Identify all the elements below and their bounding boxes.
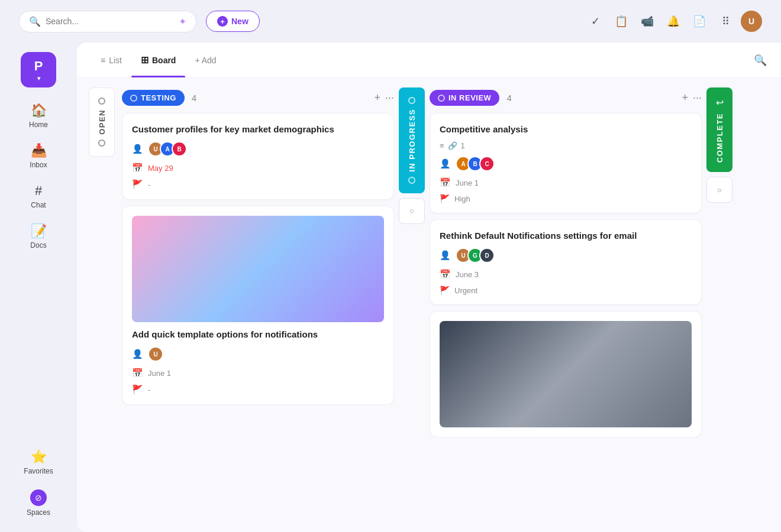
- person-icon: 👤: [132, 144, 143, 154]
- card-meta-assignee-3: 👤 A B C: [440, 156, 692, 171]
- sidebar-item-home[interactable]: 🏠 Home: [0, 97, 77, 135]
- in-review-cards: Competitive analysis ≡ 🔗 1 👤 A B C: [430, 113, 702, 437]
- sidebar-item-favorites-label: Favorites: [24, 467, 53, 475]
- card-avatars-1: U A B: [148, 141, 187, 157]
- grid-icon[interactable]: ⠿: [715, 11, 736, 32]
- in-review-actions: + ···: [682, 92, 702, 104]
- column-in-progress: IN PROGRESS ○: [399, 87, 425, 523]
- card-date-3: June 1: [456, 179, 479, 187]
- search-bar[interactable]: 🔍 ✦: [19, 11, 196, 33]
- tab-list[interactable]: ≡ List: [91, 51, 131, 70]
- card-priority-2: -: [148, 385, 150, 394]
- flag-icon-3: 🚩: [440, 194, 450, 203]
- main-layout: P ▾ 🏠 Home 📥 Inbox # Chat 📝 Docs ⭐ Favor…: [0, 43, 781, 532]
- card-meta-assignee-2: 👤 U: [132, 346, 384, 362]
- tab-add[interactable]: + Add: [185, 51, 225, 70]
- card-quick-template[interactable]: Add quick template options for notificat…: [122, 206, 394, 405]
- open-dot-bottom: [98, 140, 105, 147]
- card-meta-date-1: 📅 May 29: [132, 163, 384, 173]
- card-title-3: Competitive analysis: [440, 123, 692, 135]
- attach-count-3: 1: [461, 141, 465, 150]
- card-meta-assignee-1: 👤 U A B: [132, 141, 384, 157]
- avatar-1c: B: [172, 141, 187, 157]
- in-review-count: 4: [506, 93, 511, 103]
- in-review-dot: [438, 95, 445, 102]
- attach-icon-3: 🔗: [448, 141, 457, 150]
- in-review-more-btn[interactable]: ···: [693, 92, 702, 104]
- home-icon: 🏠: [31, 103, 47, 118]
- tab-add-label: + Add: [195, 56, 216, 65]
- star-icon: ⭐: [31, 449, 47, 465]
- sidebar-item-favorites[interactable]: ⭐ Favorites: [0, 443, 77, 481]
- doc-icon[interactable]: 📄: [689, 11, 710, 32]
- tab-board[interactable]: ⊞ Board: [131, 50, 185, 70]
- sidebar-item-docs[interactable]: 📝 Docs: [0, 218, 77, 255]
- board-icon: ⊞: [141, 54, 149, 66]
- testing-dot: [130, 95, 137, 102]
- flag-icon-1: 🚩: [132, 179, 143, 190]
- sidebar-item-inbox-label: Inbox: [30, 161, 47, 169]
- progress-dot-bottom: [408, 177, 415, 184]
- board-area: OPEN TESTING 4 + ···: [77, 78, 781, 532]
- card-meta-date-2: 📅 June 1: [132, 368, 384, 378]
- card-notifications-settings[interactable]: Rethink Default Notifications settings f…: [430, 219, 702, 305]
- testing-count: 4: [192, 93, 196, 103]
- card-meta-date-4: 📅 June 3: [440, 269, 692, 280]
- chevron-down-icon: ▾: [37, 75, 40, 82]
- calendar-icon-4: 📅: [440, 269, 451, 280]
- in-progress-header[interactable]: IN PROGRESS: [399, 87, 425, 193]
- avatar-2a: U: [148, 346, 163, 362]
- video-icon[interactable]: 📹: [637, 11, 658, 32]
- card-image-gradient: [132, 216, 384, 322]
- testing-add-btn[interactable]: +: [374, 92, 380, 104]
- list-icon: ≡: [101, 56, 105, 65]
- card-date-4: June 3: [456, 270, 479, 279]
- in-review-add-btn[interactable]: +: [682, 92, 688, 104]
- open-column-text: OPEN: [98, 109, 106, 135]
- search-input[interactable]: [46, 17, 174, 26]
- complete-header[interactable]: ↩ COMPLETE: [706, 87, 732, 172]
- card-title-4: Rethink Default Notifications settings f…: [440, 229, 692, 242]
- clipboard-icon[interactable]: 📋: [611, 11, 632, 32]
- card-title-1: Customer profiles for key market demogra…: [132, 123, 384, 135]
- flag-icon-4: 🚩: [440, 286, 450, 295]
- card-competitive-analysis[interactable]: Competitive analysis ≡ 🔗 1 👤 A B C: [430, 113, 702, 213]
- search-icon: 🔍: [29, 16, 41, 27]
- sidebar-item-spaces[interactable]: ⊘ Spaces: [0, 484, 77, 523]
- card-image-2: [132, 216, 384, 322]
- plus-circle-icon: +: [217, 16, 228, 27]
- content-area: ≡ List ⊞ Board + Add 🔍 OPEN: [77, 43, 781, 532]
- testing-more-btn[interactable]: ···: [385, 92, 394, 104]
- tab-board-label: Board: [152, 56, 176, 65]
- avatar[interactable]: U: [741, 11, 762, 32]
- card-avatars-2: U: [148, 346, 163, 362]
- search-icon-right[interactable]: 🔍: [754, 54, 767, 67]
- sidebar-item-chat[interactable]: # Chat: [0, 177, 77, 215]
- calendar-icon-1: 📅: [132, 163, 143, 173]
- card-customer-profiles[interactable]: Customer profiles for key market demogra…: [122, 113, 394, 200]
- in-progress-text: IN PROGRESS: [408, 109, 417, 172]
- testing-cards: Customer profiles for key market demogra…: [122, 113, 394, 405]
- card-image-only[interactable]: [430, 311, 702, 437]
- topbar-icons: ✓ 📋 📹 🔔 📄 ⠿ U: [585, 11, 762, 32]
- workspace-button[interactable]: P ▾: [21, 52, 56, 87]
- testing-actions: + ···: [374, 92, 394, 104]
- spaces-icon: ⊘: [30, 489, 47, 506]
- bell-icon[interactable]: 🔔: [663, 11, 684, 32]
- in-progress-count: ○: [399, 198, 425, 224]
- card-meta-priority-4: 🚩 Urgent: [440, 286, 692, 295]
- sidebar-item-spaces-label: Spaces: [27, 508, 50, 517]
- sidebar-item-docs-label: Docs: [30, 241, 46, 249]
- flag-icon-2: 🚩: [132, 384, 143, 395]
- new-button-label: New: [231, 17, 248, 26]
- sidebar-item-chat-label: Chat: [31, 201, 46, 209]
- hash-icon: #: [35, 183, 42, 199]
- open-collapsed-label[interactable]: OPEN: [89, 87, 115, 157]
- testing-badge: TESTING: [122, 90, 185, 106]
- sidebar-item-inbox[interactable]: 📥 Inbox: [0, 137, 77, 175]
- calendar-icon-3: 📅: [440, 177, 451, 188]
- check-circle-icon[interactable]: ✓: [585, 11, 606, 32]
- card-meta-priority-2: 🚩 -: [132, 384, 384, 395]
- complete-arrow-icon: ↩: [716, 97, 724, 108]
- new-button[interactable]: + New: [206, 11, 260, 32]
